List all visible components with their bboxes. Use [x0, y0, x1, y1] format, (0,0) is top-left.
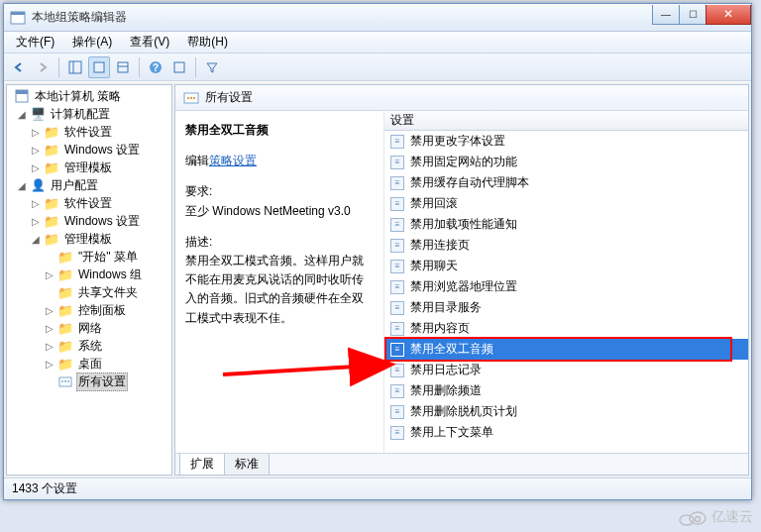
list-row[interactable]: ≡禁用加载项性能通知	[384, 214, 748, 235]
expand-icon[interactable]: ▷	[31, 127, 41, 138]
list-row[interactable]: ≡禁用删除脱机页计划	[384, 401, 748, 422]
tree-user-config[interactable]: ◢👤用户配置	[7, 176, 171, 194]
maximize-button[interactable]: ☐	[679, 5, 707, 25]
export-list-button[interactable]	[112, 56, 134, 78]
tree-computer-config[interactable]: ◢🖥️计算机配置	[7, 105, 171, 123]
edit-policy-link[interactable]: 策略设置	[209, 154, 257, 167]
expand-icon[interactable]: ▷	[45, 305, 54, 316]
policy-item-icon: ≡	[390, 384, 404, 398]
list-row-label: 禁用连接页	[410, 237, 470, 254]
tree-all-settings[interactable]: 所有设置	[7, 372, 171, 390]
column-setting[interactable]: 设置	[390, 112, 742, 129]
tree-network[interactable]: ▷📁网络	[7, 319, 171, 337]
list-row[interactable]: ≡禁用固定网站的功能	[384, 152, 748, 172]
menu-action[interactable]: 操作(A)	[64, 32, 120, 53]
edit-prefix: 编辑	[185, 154, 209, 167]
list-row-label: 禁用全双工音频	[410, 341, 493, 358]
body: 本地计算机 策略 ◢🖥️计算机配置 ▷📁软件设置 ▷📁Windows 设置 ▷📁…	[4, 81, 751, 478]
list-row[interactable]: ≡禁用缓存自动代理脚本	[384, 172, 748, 193]
folder-icon: 📁	[44, 142, 59, 158]
list-row-label: 禁用更改字体设置	[410, 133, 505, 150]
list-row[interactable]: ≡禁用浏览器地理位置	[384, 276, 748, 297]
folder-icon: 📁	[57, 249, 73, 265]
svg-point-23	[696, 517, 701, 522]
forward-button[interactable]	[32, 56, 54, 78]
collapse-icon[interactable]: ◢	[31, 234, 41, 245]
expand-icon[interactable]: ▷	[45, 323, 54, 334]
collapse-icon[interactable]: ◢	[17, 109, 27, 120]
tree-label-selected: 所有设置	[76, 372, 128, 391]
detail-panel: 禁用全双工音频 编辑策略设置 要求: 至少 Windows NetMeeting…	[175, 111, 383, 453]
settings-list[interactable]: ≡禁用更改字体设置≡禁用固定网站的功能≡禁用缓存自动代理脚本≡禁用回滚≡禁用加载…	[384, 131, 748, 453]
list-row-label: 禁用删除频道	[410, 382, 482, 399]
list-row[interactable]: ≡禁用回滚	[384, 193, 748, 214]
user-icon: 👤	[30, 177, 46, 193]
tree-windows-settings[interactable]: ▷📁Windows 设置	[7, 141, 171, 159]
tree-software-settings[interactable]: ▷📁软件设置	[7, 123, 171, 141]
back-button[interactable]	[8, 56, 30, 78]
menu-help[interactable]: 帮助(H)	[179, 32, 236, 53]
show-hide-tree-button[interactable]	[64, 56, 86, 78]
expand-icon[interactable]: ▷	[45, 269, 54, 280]
options-button[interactable]	[168, 56, 190, 78]
help-button[interactable]: ?	[145, 56, 166, 78]
list-row[interactable]: ≡禁用日志记录	[384, 360, 748, 380]
tree-pane[interactable]: 本地计算机 策略 ◢🖥️计算机配置 ▷📁软件设置 ▷📁Windows 设置 ▷📁…	[6, 84, 172, 476]
list-row-label: 禁用聊天	[410, 258, 458, 274]
tree-label: 软件设置	[62, 194, 114, 213]
tree-label: 系统	[76, 337, 104, 356]
tree-user-windows[interactable]: ▷📁Windows 设置	[7, 212, 171, 230]
tree-system[interactable]: ▷📁系统	[7, 337, 171, 355]
properties-button[interactable]	[88, 56, 110, 78]
tree-user-software[interactable]: ▷📁软件设置	[7, 194, 171, 212]
policy-icon	[14, 88, 30, 104]
list-row[interactable]: ≡禁用目录服务	[384, 297, 748, 318]
list-row-label: 禁用缓存自动代理脚本	[410, 174, 529, 191]
toolbar-separator	[58, 57, 59, 77]
expand-icon[interactable]: ▷	[31, 145, 41, 156]
filter-button[interactable]	[201, 56, 223, 78]
tree-label: 网络	[76, 319, 104, 338]
close-button[interactable]: ✕	[706, 5, 751, 25]
expand-icon[interactable]: ▷	[31, 162, 41, 173]
tree-desktop[interactable]: ▷📁桌面	[7, 355, 171, 372]
tree-label: 用户配置	[49, 176, 100, 195]
edit-line: 编辑策略设置	[185, 152, 374, 170]
expand-icon[interactable]: ▷	[45, 341, 54, 352]
list-row-label: 禁用日志记录	[410, 362, 482, 378]
toolbar-separator-3	[195, 57, 196, 77]
policy-item-icon: ≡	[390, 197, 404, 211]
policy-item-icon: ≡	[390, 260, 404, 273]
tree-windows-components[interactable]: ▷📁Windows 组	[7, 266, 171, 283]
menu-file[interactable]: 文件(F)	[8, 32, 62, 53]
collapse-icon[interactable]: ◢	[17, 180, 27, 191]
tree-shared-folders[interactable]: 📁共享文件夹	[7, 283, 171, 301]
list-row[interactable]: ≡禁用连接页	[384, 235, 748, 256]
folder-icon: 📁	[57, 338, 73, 354]
expand-icon[interactable]: ▷	[45, 359, 54, 370]
settings-icon	[183, 90, 199, 106]
list-row[interactable]: ≡禁用更改字体设置	[384, 131, 748, 152]
tree-label: 管理模板	[62, 230, 114, 249]
tree-root[interactable]: 本地计算机 策略	[7, 87, 171, 105]
window-title: 本地组策略编辑器	[32, 9, 653, 26]
list-row[interactable]: ≡禁用删除频道	[384, 380, 748, 401]
tab-standard[interactable]: 标准	[224, 454, 270, 476]
tree-user-admin-templates[interactable]: ◢📁管理模板	[7, 230, 171, 248]
menu-view[interactable]: 查看(V)	[122, 32, 177, 53]
list-row[interactable]: ≡禁用全双工音频	[384, 339, 748, 360]
list-row[interactable]: ≡禁用聊天	[384, 256, 748, 276]
policy-item-icon: ≡	[390, 280, 404, 294]
expand-icon[interactable]: ▷	[31, 216, 41, 227]
list-header[interactable]: 设置	[384, 111, 748, 131]
svg-rect-9	[174, 62, 184, 72]
list-row[interactable]: ≡禁用内容页	[384, 318, 748, 339]
expand-icon[interactable]: ▷	[31, 198, 41, 209]
list-row[interactable]: ≡禁用上下文菜单	[384, 422, 748, 443]
tree-start-menu[interactable]: 📁"开始" 菜单	[7, 248, 171, 266]
tab-extended[interactable]: 扩展	[179, 454, 225, 476]
tree-control-panel[interactable]: ▷📁控制面板	[7, 301, 171, 319]
minimize-button[interactable]: —	[652, 5, 680, 25]
policy-item-icon: ≡	[390, 218, 404, 232]
tree-admin-templates[interactable]: ▷📁管理模板	[7, 159, 171, 176]
